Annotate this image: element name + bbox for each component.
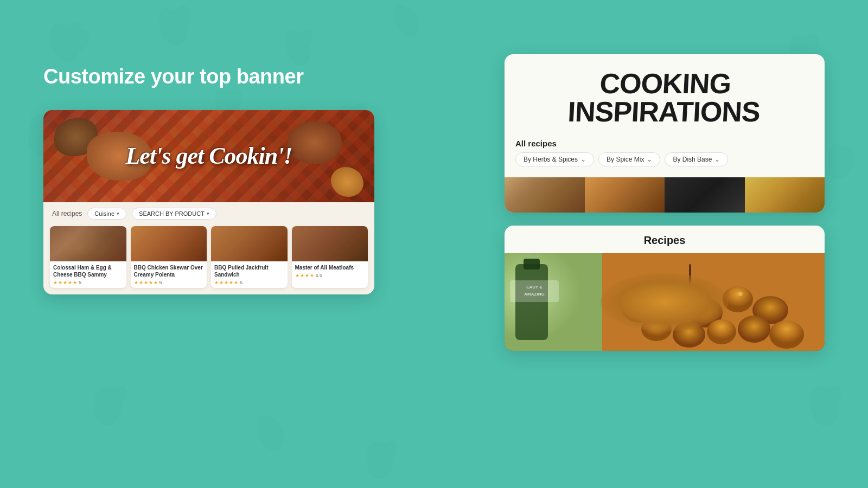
- recipe-title-3: BBQ Pulled Jackfruit Sandwich: [214, 264, 284, 278]
- recipe-card-3[interactable]: BBQ Pulled Jackfruit Sandwich ★ ★ ★ ★ ★ …: [211, 226, 288, 288]
- food-strip-1: [505, 177, 585, 213]
- recipe-image-1: [50, 226, 126, 261]
- all-recipes-bar: All recipes Cuisine SEARCH BY PRODUCT: [43, 202, 374, 223]
- rating-count-3: 5: [240, 280, 242, 285]
- svg-rect-56: [510, 280, 559, 302]
- recipe-card-2[interactable]: BBQ Chicken Skewar Over Creamy Polenta ★…: [131, 226, 207, 288]
- recipe-stars-2: ★ ★ ★ ★ ★ 5: [134, 280, 204, 285]
- svg-point-10: [390, 2, 424, 41]
- recipe-card-info-1: Colossal Ham & Egg & Cheese BBQ Sammy ★ …: [50, 261, 126, 288]
- svg-point-34: [807, 385, 842, 428]
- svg-point-27: [366, 441, 383, 465]
- all-recipes-section: All recipes By Herbs & Spices By Spice M…: [505, 134, 825, 177]
- recipe-card-info-2: BBQ Chicken Skewar Over Creamy Polenta ★…: [131, 261, 207, 288]
- food-strip-4: [745, 177, 825, 213]
- recipe-card-1[interactable]: Colossal Ham & Egg & Cheese BBQ Sammy ★ …: [50, 226, 126, 288]
- svg-point-7: [282, 29, 314, 68]
- svg-point-48: [707, 319, 736, 344]
- recipe-card-info-4: Master of All Meatloafs ★ ★ ★ ★ 4.5: [292, 261, 368, 281]
- food-visual-2: [131, 226, 207, 261]
- recipes-title: Recipes: [515, 234, 814, 247]
- recipe-title-4: Master of All Meatloafs: [295, 264, 365, 271]
- svg-point-35: [809, 386, 829, 412]
- svg-text:EASY &: EASY &: [526, 285, 542, 290]
- recipe-image-3: [211, 226, 288, 261]
- hero-food-visual: EASY & AMAZING: [505, 253, 825, 351]
- svg-point-8: [283, 28, 302, 53]
- recipe-cards-row: Colossal Ham & Egg & Cheese BBQ Sammy ★ …: [43, 223, 374, 294]
- all-recipes-label: All recipes: [52, 210, 82, 217]
- rating-count-1: 5: [79, 280, 81, 285]
- recipe-card-4[interactable]: Master of All Meatloafs ★ ★ ★ ★ 4.5: [292, 226, 368, 288]
- svg-rect-51: [689, 264, 691, 307]
- svg-rect-39: [524, 259, 540, 269]
- rating-count-4: 4.5: [316, 273, 323, 278]
- food-strip-3: [665, 177, 745, 213]
- rating-count-2: 5: [159, 280, 162, 285]
- food-visual-4: [292, 226, 368, 261]
- right-section: COOKING INSPIRATIONS All recipes By Herb…: [505, 54, 825, 351]
- search-by-product-filter[interactable]: SEARCH BY PRODUCT: [132, 208, 216, 220]
- recipe-stars-4: ★ ★ ★ ★ 4.5: [295, 273, 365, 278]
- svg-point-52: [640, 298, 646, 304]
- left-section: Customize your top banner Let's get Cook…: [43, 65, 391, 294]
- svg-point-54: [705, 304, 711, 309]
- svg-point-24: [254, 413, 288, 454]
- cooking-inspirations-card: COOKING INSPIRATIONS All recipes By Herb…: [505, 54, 825, 213]
- svg-point-44: [723, 286, 753, 312]
- svg-point-47: [673, 322, 705, 348]
- svg-point-32: [824, 142, 858, 183]
- food-visual-3: [211, 226, 288, 261]
- svg-point-9: [296, 27, 315, 52]
- svg-point-25: [256, 413, 276, 438]
- food-shape-3: [288, 121, 342, 164]
- food-image-strip: [505, 177, 825, 213]
- food-visual-1: [50, 226, 126, 261]
- svg-point-31: [802, 32, 821, 57]
- svg-point-1: [48, 21, 71, 49]
- svg-point-49: [738, 316, 770, 343]
- svg-point-6: [171, 4, 192, 31]
- recipe-title-1: Colossal Ham & Egg & Cheese BBQ Sammy: [53, 264, 123, 278]
- cooking-inspirations-header: COOKING INSPIRATIONS: [505, 54, 825, 134]
- svg-point-50: [769, 320, 804, 349]
- svg-point-33: [825, 142, 846, 167]
- banner-area: Let's get Cookin'!: [43, 110, 374, 202]
- svg-point-53: [673, 289, 678, 293]
- svg-point-41: [621, 292, 659, 323]
- svg-point-23: [103, 383, 130, 412]
- herbs-spices-filter[interactable]: By Herbs & Spices: [515, 152, 594, 166]
- svg-point-5: [156, 5, 180, 33]
- food-shape-4: [331, 167, 363, 197]
- cooking-inspirations-title: COOKING INSPIRATIONS: [567, 69, 762, 126]
- dish-base-filter[interactable]: By Dish Base: [665, 152, 728, 166]
- filter-buttons-row: By Herbs & Spices By Spice Mix By Dish B…: [515, 152, 814, 166]
- recipe-card-info-3: BBQ Pulled Jackfruit Sandwich ★ ★ ★ ★ ★ …: [211, 261, 288, 288]
- svg-point-22: [92, 385, 114, 412]
- recipe-stars-3: ★ ★ ★ ★ ★ 5: [214, 280, 284, 285]
- svg-point-11: [392, 2, 412, 25]
- recipe-image-2: [131, 226, 207, 261]
- page-heading: Customize your top banner: [43, 65, 391, 88]
- svg-point-0: [46, 21, 85, 66]
- spice-mix-filter[interactable]: By Spice Mix: [598, 152, 660, 166]
- banner-text: Let's get Cookin'!: [125, 143, 292, 169]
- svg-point-55: [738, 292, 743, 296]
- svg-point-28: [375, 438, 400, 465]
- svg-point-21: [90, 384, 127, 429]
- all-recipes-title: All recipes: [515, 139, 814, 148]
- svg-point-36: [822, 383, 844, 410]
- svg-point-26: [365, 441, 394, 480]
- recipes-hero-image: EASY & AMAZING: [505, 253, 825, 351]
- svg-point-2: [63, 21, 83, 47]
- left-preview-card: Let's get Cookin'! All recipes Cuisine S…: [43, 110, 374, 294]
- svg-text:AMAZING: AMAZING: [524, 292, 544, 297]
- recipes-card: Recipes: [505, 226, 825, 351]
- food-strip-2: [585, 177, 665, 213]
- recipe-title-2: BBQ Chicken Skewar Over Creamy Polenta: [134, 264, 204, 278]
- svg-point-3: [67, 26, 93, 55]
- recipe-image-4: [292, 226, 368, 261]
- cuisine-filter[interactable]: Cuisine: [87, 208, 126, 220]
- recipe-stars-1: ★ ★ ★ ★ ★ 5: [53, 280, 123, 285]
- recipes-header: Recipes: [505, 226, 825, 253]
